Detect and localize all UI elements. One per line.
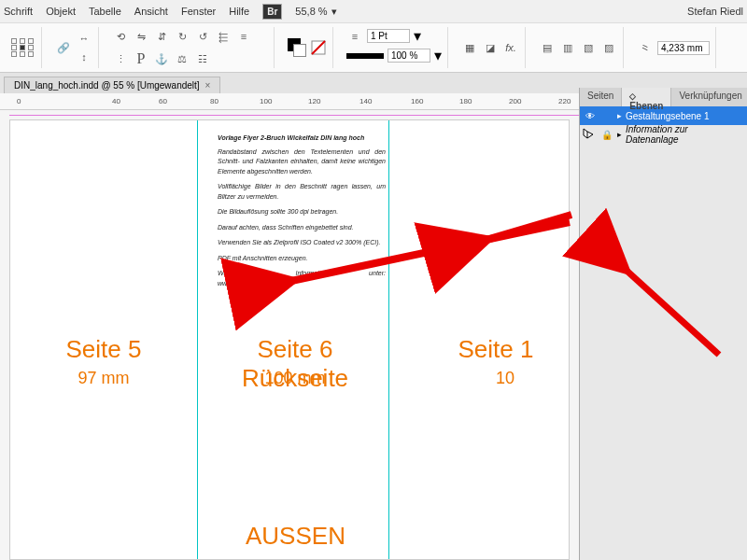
crop-icon[interactable]: ⺀ xyxy=(637,39,654,56)
balance-icon[interactable]: ⚖ xyxy=(174,50,190,67)
page: Vorlage Flyer 2-Bruch Wickelfalz DIN lan… xyxy=(9,119,570,560)
wrap-around-icon[interactable]: ▥ xyxy=(559,39,576,56)
visibility-toggle[interactable] xyxy=(584,128,597,141)
tab-ebenen[interactable]: ◇ Ebenen xyxy=(622,88,671,106)
user-name: Stefan Riedl xyxy=(687,6,743,17)
effects-icon[interactable]: ▦ xyxy=(461,39,478,56)
menu-objekt[interactable]: Objekt xyxy=(46,6,76,17)
scale-dropdown-icon[interactable]: ▾ xyxy=(434,47,442,64)
layer-row-2[interactable]: 🔒 ▸ Information zur Datenanlage xyxy=(580,125,747,144)
stroke-weight-field[interactable] xyxy=(367,29,410,43)
no-fill-icon[interactable] xyxy=(310,39,327,56)
zoom-dropdown-icon[interactable]: ▾ xyxy=(331,6,337,18)
page5-title: Seite 5 xyxy=(48,335,160,364)
width-icon: ↔ xyxy=(76,30,92,47)
zoom-value[interactable]: 55,8 % xyxy=(295,6,327,17)
flip-v-icon[interactable]: ⇵ xyxy=(153,28,170,45)
paragraph-icon[interactable]: P xyxy=(133,50,149,67)
margin-guide xyxy=(9,115,579,116)
rotate-icon[interactable]: ⟲ xyxy=(112,28,129,45)
stroke-dropdown-icon[interactable]: ▾ xyxy=(414,27,421,45)
expand-icon[interactable]: ▸ xyxy=(617,130,622,139)
page1-size: 10 xyxy=(477,369,533,388)
wrap-shape-icon[interactable]: ▧ xyxy=(580,39,597,56)
layer-row-1[interactable]: 👁 ▸ Gestaltungsebene 1 xyxy=(580,106,747,125)
scale-field[interactable] xyxy=(388,49,430,63)
bridge-icon[interactable]: Br xyxy=(262,4,282,20)
menu-hilfe[interactable]: Hilfe xyxy=(229,6,249,17)
visibility-icon[interactable]: 👁 xyxy=(584,109,597,122)
lock-slot[interactable] xyxy=(600,109,613,122)
page5-size: 97 mm xyxy=(66,369,141,388)
flip-h-icon[interactable]: ⇋ xyxy=(133,28,149,45)
menu-tabelle[interactable]: Tabelle xyxy=(89,6,121,17)
height-icon: ↕ xyxy=(76,49,92,65)
fold-guide-1[interactable] xyxy=(197,120,198,559)
document-canvas[interactable]: Vorlage Flyer 2-Bruch Wickelfalz DIN lan… xyxy=(0,110,579,560)
expand-icon[interactable]: ▸ xyxy=(617,111,622,120)
stroke-weight-icon: ≡ xyxy=(346,28,363,45)
close-icon[interactable]: × xyxy=(205,80,211,91)
link-icon[interactable]: 🔗 xyxy=(55,39,72,56)
layer-name: Information zur Datenanlage xyxy=(626,124,743,145)
outside-label: AUSSEN xyxy=(246,522,345,551)
panels-dock: Seiten ◇ Ebenen Verknüpfungen 👁 ▸ Gestal… xyxy=(579,88,747,560)
fold-guide-2[interactable] xyxy=(388,120,389,559)
anchor-icon[interactable]: ⚓ xyxy=(153,50,170,67)
layer-name: Gestaltungsebene 1 xyxy=(626,111,710,121)
fx-icon[interactable]: fx. xyxy=(502,39,519,56)
page1-title: Seite 1 xyxy=(421,335,571,364)
tab-seiten[interactable]: Seiten xyxy=(580,88,622,106)
wrap-jump-icon[interactable]: ▨ xyxy=(600,39,617,56)
lock-icon[interactable]: 🔒 xyxy=(600,128,613,141)
tab-verknuepfungen[interactable]: Verknüpfungen xyxy=(671,88,747,106)
reference-point-icon[interactable] xyxy=(11,38,35,57)
info-text-block: Vorlage Flyer 2-Bruch Wickelfalz DIN lan… xyxy=(218,133,386,294)
hierarchy-icon[interactable]: ☷ xyxy=(194,50,211,67)
page6-size: 100 mm xyxy=(258,369,332,388)
stroke-style-icon[interactable] xyxy=(346,53,384,59)
menu-schrift[interactable]: Schrift xyxy=(4,6,33,17)
distribute-icon[interactable]: ⋮ xyxy=(112,50,129,67)
document-tab-title: DIN_lang_hoch.indd @ 55 % [Umgewandelt] xyxy=(14,80,200,91)
shear-icon[interactable]: ⬱ xyxy=(215,28,232,45)
measure-field[interactable] xyxy=(657,41,710,55)
rotate-cw-icon[interactable]: ↻ xyxy=(174,28,190,45)
rotate-ccw-icon[interactable]: ↺ xyxy=(194,28,211,45)
drop-shadow-icon[interactable]: ◪ xyxy=(482,39,499,56)
wrap-none-icon[interactable]: ▤ xyxy=(539,39,556,56)
menu-fenster[interactable]: Fenster xyxy=(181,6,216,17)
align-icon[interactable]: ≡ xyxy=(235,28,252,45)
menu-ansicht[interactable]: Ansicht xyxy=(134,6,168,17)
swatch-icon[interactable] xyxy=(288,38,306,57)
document-tab[interactable]: DIN_lang_hoch.indd @ 55 % [Umgewandelt] … xyxy=(4,77,220,93)
